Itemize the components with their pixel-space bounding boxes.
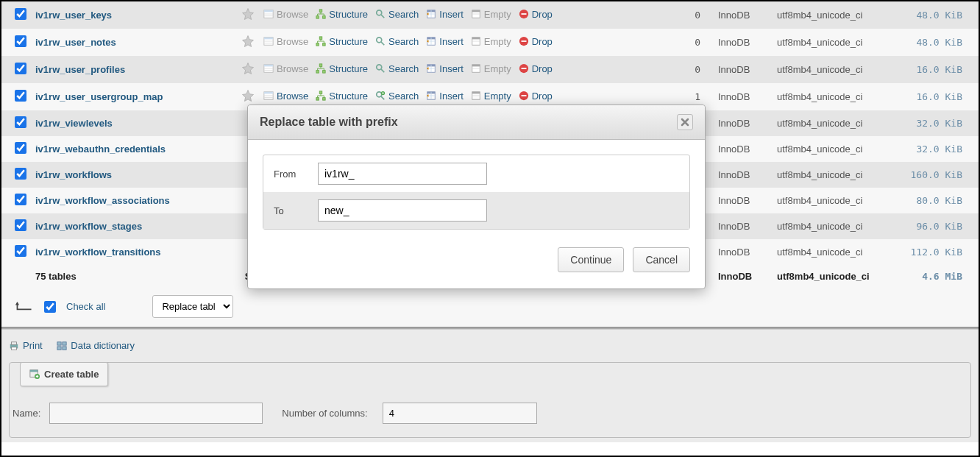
row-checkbox[interactable]: [15, 8, 26, 20]
insert-action[interactable]: Insert: [426, 91, 464, 102]
browse-icon: [263, 63, 274, 74]
engine: InnoDB: [714, 110, 773, 136]
drop-icon: [519, 36, 529, 46]
continue-button[interactable]: Continue: [558, 247, 624, 272]
collation: utf8mb4_unicode_ci: [773, 162, 898, 188]
svg-rect-76: [57, 341, 61, 344]
close-icon: [681, 118, 689, 127]
engine: InnoDB: [714, 1, 773, 29]
empty-action[interactable]: Empty: [471, 36, 511, 47]
drop-action[interactable]: Drop: [519, 9, 553, 20]
browse-action[interactable]: Browse: [263, 63, 308, 74]
table-name-link[interactable]: iv1rw_user_profiles: [35, 64, 125, 75]
check-all-bar: Check all Replace table: [1, 288, 979, 327]
collation: utf8mb4_unicode_ci: [773, 188, 898, 213]
name-label: Name:: [13, 408, 40, 419]
search-icon: [375, 36, 386, 46]
search-action[interactable]: Search: [375, 36, 419, 47]
drop-action[interactable]: Drop: [519, 91, 553, 102]
print-link[interactable]: Print: [9, 340, 43, 351]
table-name-link[interactable]: iv1rw_workflows: [35, 169, 112, 180]
search-action[interactable]: Search: [375, 9, 419, 20]
svg-rect-79: [63, 346, 66, 349]
engine: InnoDB: [714, 56, 773, 83]
row-checkbox[interactable]: [15, 219, 26, 231]
insert-action[interactable]: Insert: [426, 63, 464, 74]
svg-point-43: [377, 65, 382, 70]
svg-rect-1: [264, 10, 273, 13]
svg-rect-23: [316, 43, 319, 46]
row-checkbox[interactable]: [15, 245, 26, 257]
columns-input[interactable]: [383, 403, 537, 424]
row-checkbox[interactable]: [15, 194, 26, 205]
row-count: 0: [619, 1, 714, 29]
summary-collation: utf8mb4_unicode_ci: [773, 265, 898, 288]
browse-action[interactable]: Browse: [263, 9, 308, 20]
svg-rect-22: [320, 37, 323, 40]
table-name-link[interactable]: iv1rw_workflow_stages: [35, 221, 142, 232]
svg-point-61: [377, 92, 382, 97]
structure-action[interactable]: Structure: [316, 9, 368, 20]
structure-action[interactable]: Structure: [316, 63, 368, 74]
empty-action[interactable]: Empty: [471, 9, 511, 20]
svg-line-62: [381, 96, 384, 99]
collation: utf8mb4_unicode_ci: [773, 29, 898, 56]
check-all-checkbox[interactable]: [44, 301, 56, 313]
browse-icon: [263, 36, 274, 46]
size: 32.0 KiB: [898, 136, 979, 162]
search-action[interactable]: Search: [375, 91, 419, 102]
svg-rect-55: [264, 92, 273, 94]
empty-action[interactable]: Empty: [471, 63, 511, 74]
table-name-link[interactable]: iv1rw_user_keys: [35, 10, 112, 21]
print-label: Print: [23, 340, 43, 351]
row-checkbox[interactable]: [15, 168, 26, 180]
drop-icon: [519, 91, 529, 101]
to-label: To: [274, 205, 318, 216]
table-name-link[interactable]: iv1rw_webauthn_credentials: [35, 144, 166, 155]
svg-rect-42: [323, 71, 326, 74]
structure-icon: [316, 63, 326, 74]
cancel-button[interactable]: Cancel: [633, 247, 690, 272]
table-name-link[interactable]: iv1rw_workflow_transitions: [35, 247, 161, 258]
insert-icon: [426, 91, 436, 101]
row-checkbox[interactable]: [15, 142, 26, 154]
browse-action[interactable]: Browse: [263, 36, 308, 47]
favorite-star[interactable]: [241, 66, 255, 77]
browse-action[interactable]: Browse: [263, 91, 308, 102]
from-input[interactable]: [318, 163, 487, 185]
svg-rect-60: [323, 98, 326, 101]
size: 160.0 KiB: [898, 162, 979, 188]
row-checkbox[interactable]: [15, 90, 26, 102]
favorite-star[interactable]: [241, 12, 255, 23]
structure-action[interactable]: Structure: [316, 36, 368, 47]
insert-action[interactable]: Insert: [426, 36, 464, 47]
collation: utf8mb4_unicode_ci: [773, 56, 898, 83]
favorite-star[interactable]: [241, 39, 255, 50]
row-checkbox[interactable]: [15, 116, 26, 128]
check-all-label[interactable]: Check all: [66, 301, 105, 312]
empty-action[interactable]: Empty: [471, 91, 511, 102]
table-name-link[interactable]: iv1rw_viewlevels: [35, 118, 113, 129]
row-checkbox[interactable]: [15, 63, 26, 74]
data-dictionary-link[interactable]: Data dictionary: [57, 340, 135, 351]
structure-action[interactable]: Structure: [316, 91, 368, 102]
table-name-input[interactable]: [49, 403, 263, 424]
svg-point-25: [377, 38, 382, 43]
size: 96.0 KiB: [898, 213, 979, 239]
dialog-close-button[interactable]: [677, 114, 693, 130]
drop-action[interactable]: Drop: [519, 63, 553, 74]
favorite-star[interactable]: [241, 93, 255, 104]
with-selected-dropdown[interactable]: Replace table: [152, 295, 233, 318]
create-table-icon: [29, 369, 40, 379]
insert-icon: [426, 63, 436, 74]
to-input[interactable]: [318, 199, 487, 222]
insert-action[interactable]: Insert: [426, 9, 464, 20]
table-name-link[interactable]: iv1rw_workflow_associations: [35, 195, 170, 206]
svg-rect-37: [264, 65, 273, 67]
search-action[interactable]: Search: [375, 63, 419, 74]
table-name-link[interactable]: iv1rw_user_usergroup_map: [35, 91, 163, 102]
row-checkbox[interactable]: [15, 35, 26, 47]
svg-rect-41: [316, 71, 319, 74]
drop-action[interactable]: Drop: [519, 36, 553, 47]
table-name-link[interactable]: iv1rw_user_notes: [35, 37, 116, 48]
